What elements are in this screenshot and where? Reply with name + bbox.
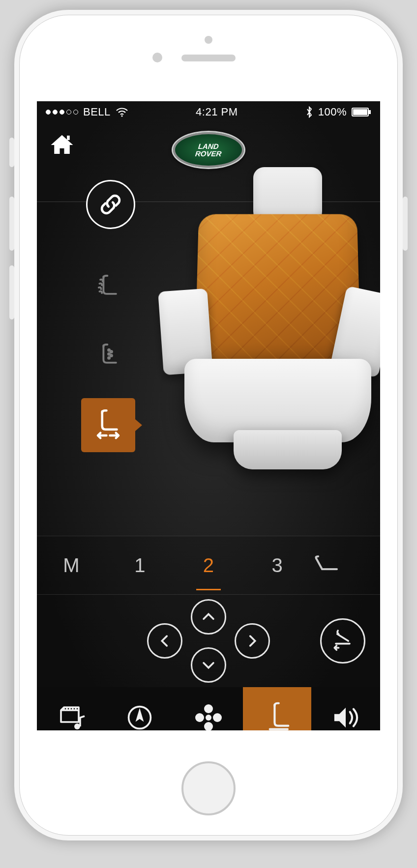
seat-mode-list: [81, 260, 135, 452]
battery-pct-label: 100%: [318, 106, 347, 118]
seat-mode-massage-button[interactable]: [81, 260, 135, 315]
memory-button[interactable]: M: [37, 554, 106, 577]
battery-icon: [352, 108, 371, 116]
clock-label: 4:21 PM: [196, 106, 238, 118]
svg-point-9: [108, 357, 110, 359]
phone-sensor: [205, 36, 212, 44]
signal-dots-icon: [46, 110, 78, 115]
phone-side-button: [9, 138, 14, 167]
nav-audio-button[interactable]: [311, 687, 380, 730]
status-bar: BELL 4:21 PM 100%: [37, 101, 380, 123]
bluetooth-icon: [305, 106, 313, 118]
wifi-icon: [116, 107, 128, 117]
phone-side-button: [9, 197, 14, 251]
svg-point-7: [108, 353, 110, 355]
svg-point-0: [121, 115, 122, 116]
dpad-right-button[interactable]: [235, 623, 270, 659]
preset-3-button[interactable]: 3: [243, 554, 312, 577]
dpad-up-button[interactable]: [191, 599, 226, 635]
preset-1-button[interactable]: 1: [106, 554, 175, 577]
seat-illustration: [165, 162, 380, 492]
svg-point-8: [111, 355, 112, 356]
seat-view: [37, 177, 380, 536]
seat-footrest: [234, 430, 342, 469]
nav-seats-button[interactable]: [243, 687, 312, 730]
memory-preset-row: M 1 2 3: [37, 536, 380, 595]
phone-side-button: [403, 197, 408, 251]
svg-point-6: [111, 351, 112, 352]
seat-stow-button[interactable]: [320, 618, 365, 664]
seat-mode-position-button[interactable]: [81, 398, 135, 452]
preset-2-button[interactable]: 2: [174, 554, 243, 577]
phone-frame: BELL 4:21 PM 100%: [14, 10, 403, 840]
logo-line2: ROVER: [195, 150, 222, 157]
nav-navigation-button[interactable]: [106, 687, 175, 730]
svg-rect-4: [67, 136, 70, 140]
seat-recline-button[interactable]: [311, 554, 380, 576]
svg-point-12: [206, 715, 211, 721]
phone-home-button[interactable]: [181, 761, 236, 815]
carrier-label: BELL: [83, 106, 111, 118]
phone-bezel: BELL 4:21 PM 100%: [19, 15, 398, 836]
app-screen: BELL 4:21 PM 100%: [37, 101, 380, 730]
svg-point-5: [108, 349, 110, 351]
nav-climate-button[interactable]: [174, 687, 243, 730]
nav-media-button[interactable]: [37, 687, 106, 730]
link-seats-button[interactable]: [86, 180, 135, 229]
phone-camera: [152, 53, 162, 62]
phone-side-button: [9, 265, 14, 319]
dpad: [147, 599, 270, 683]
home-button[interactable]: [49, 132, 75, 158]
svg-rect-2: [353, 109, 367, 115]
dpad-down-button[interactable]: [191, 647, 226, 683]
phone-speaker: [181, 55, 236, 61]
svg-point-10: [74, 723, 80, 729]
dpad-left-button[interactable]: [147, 623, 182, 659]
seat-mode-lumbar-button[interactable]: [81, 329, 135, 383]
dpad-panel: [37, 595, 380, 687]
logo-line1: LAND: [198, 143, 219, 150]
svg-rect-3: [369, 110, 371, 114]
bottom-nav: [37, 687, 380, 730]
